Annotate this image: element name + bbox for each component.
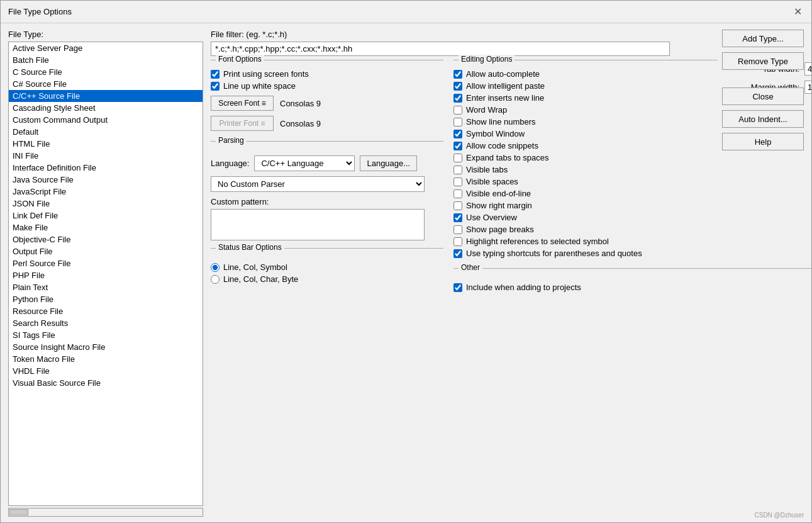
symbol-window-checkbox[interactable]	[453, 130, 462, 138]
line-up-whitespace-checkbox[interactable]	[211, 82, 220, 91]
visible-tabs-checkbox[interactable]	[453, 166, 462, 174]
file-list-item[interactable]: Perl Source File	[9, 257, 203, 269]
show-line-numbers-row: Show line numbers	[453, 117, 718, 127]
margin-width-input[interactable]	[804, 81, 811, 94]
window-close-button[interactable]: ✕	[791, 6, 804, 18]
file-list-container[interactable]: Active Server PageBatch FileC Source Fil…	[8, 42, 203, 506]
allow-intelligent-paste-checkbox[interactable]	[453, 82, 462, 91]
status-option1-radio[interactable]	[211, 263, 220, 272]
include-projects-checkbox[interactable]	[453, 283, 462, 292]
file-type-label: File Type:	[8, 30, 203, 39]
screen-font-name: Consolas 9	[280, 99, 321, 108]
visible-spaces-label[interactable]: Visible spaces	[466, 177, 518, 186]
visible-eol-label[interactable]: Visible end-of-line	[466, 189, 531, 198]
file-list-item[interactable]: Resource File	[9, 305, 203, 317]
file-list-item[interactable]: Search Results	[9, 317, 203, 329]
visible-tabs-label[interactable]: Visible tabs	[466, 165, 508, 174]
allow-code-snippets-checkbox[interactable]	[453, 142, 462, 150]
file-filter-input[interactable]	[211, 42, 670, 56]
file-list-item[interactable]: Make File	[9, 222, 203, 233]
status-option2-row: Line, Col, Char, Byte	[211, 274, 443, 284]
other-section: Other Include when adding to projects	[453, 268, 811, 295]
status-option2-radio[interactable]	[211, 275, 220, 284]
word-wrap-label[interactable]: Word Wrap	[466, 105, 507, 115]
file-list-item[interactable]: SI Tags File	[9, 329, 203, 341]
highlight-references-checkbox[interactable]	[453, 237, 462, 246]
help-button[interactable]: Help	[722, 133, 804, 150]
file-list-item[interactable]: C/C++ Source File	[9, 90, 203, 102]
expand-tabs-label[interactable]: Expand tabs to spaces	[466, 153, 549, 162]
highlight-references-label[interactable]: Highlight references to selected symbol	[466, 237, 609, 246]
file-list-item[interactable]: Token Macro File	[9, 353, 203, 365]
file-list-item[interactable]: INI File	[9, 150, 203, 162]
use-overview-checkbox[interactable]	[453, 213, 462, 222]
file-list-item[interactable]: HTML File	[9, 138, 203, 150]
file-list-item[interactable]: Custom Command Output	[9, 114, 203, 126]
enter-inserts-newline-checkbox[interactable]	[453, 94, 462, 103]
add-type-button[interactable]: Add Type...	[722, 30, 804, 47]
file-list-item[interactable]: Link Def File	[9, 210, 203, 222]
status-option1-row: Line, Col, Symbol	[211, 262, 443, 272]
allow-intelligent-paste-label[interactable]: Allow intelligent paste	[466, 81, 545, 91]
line-up-whitespace-row: Line up white space	[211, 81, 443, 91]
file-list-item[interactable]: Source Insight Macro File	[9, 341, 203, 353]
custom-pattern-input[interactable]	[211, 209, 425, 240]
show-right-margin-checkbox[interactable]	[453, 201, 462, 210]
printer-font-button[interactable]: Printer Font ≡	[211, 116, 274, 131]
auto-indent-button[interactable]: Auto Indent...	[722, 110, 804, 128]
tab-width-input[interactable]	[804, 62, 811, 76]
file-list-item[interactable]: C# Source File	[9, 78, 203, 90]
language-select[interactable]: C/C++ Language	[254, 155, 355, 171]
file-list-item[interactable]: PHP File	[9, 269, 203, 281]
status-option1-label[interactable]: Line, Col, Symbol	[223, 262, 287, 272]
allow-code-snippets-label[interactable]: Allow code snippets	[466, 141, 538, 150]
editing-options-section: Editing Options Allow auto-complete Allo…	[453, 60, 718, 261]
typing-shortcuts-checkbox[interactable]	[453, 249, 462, 258]
horizontal-scrollbar[interactable]	[8, 508, 203, 517]
file-list-item[interactable]: Cascading Style Sheet	[9, 102, 203, 114]
show-page-breaks-checkbox[interactable]	[453, 225, 462, 234]
typing-shortcuts-label[interactable]: Use typing shortcuts for parentheses and…	[466, 249, 642, 258]
file-list-item[interactable]: Output File	[9, 245, 203, 257]
file-list-item[interactable]: Interface Definition File	[9, 162, 203, 174]
file-list-item[interactable]: Default	[9, 126, 203, 138]
file-list-item[interactable]: VHDL File	[9, 365, 203, 377]
show-page-breaks-label[interactable]: Show page breaks	[466, 225, 534, 234]
use-overview-label[interactable]: Use Overview	[466, 213, 517, 222]
status-option2-label[interactable]: Line, Col, Char, Byte	[223, 274, 298, 284]
allow-autocomplete-label[interactable]: Allow auto-complete	[466, 69, 540, 79]
remove-type-button[interactable]: Remove Type	[722, 52, 804, 70]
screen-font-button[interactable]: Screen Font ≡	[211, 96, 274, 111]
close-button[interactable]: Close	[722, 87, 804, 105]
show-right-margin-label[interactable]: Show right margin	[466, 201, 532, 210]
left-column-content: Font Options Print using screen fonts Li…	[211, 60, 443, 517]
scrollbar-thumb	[9, 509, 28, 515]
file-list-item[interactable]: Batch File	[9, 54, 203, 66]
file-list-item[interactable]: JSON File	[9, 198, 203, 210]
word-wrap-checkbox[interactable]	[453, 106, 462, 115]
print-screen-fonts-label[interactable]: Print using screen fonts	[223, 69, 309, 79]
file-list-item[interactable]: Objective-C File	[9, 233, 203, 245]
show-line-numbers-label[interactable]: Show line numbers	[466, 117, 536, 127]
file-list-item[interactable]: JavaScript File	[9, 186, 203, 198]
visible-eol-checkbox[interactable]	[453, 189, 462, 198]
file-list-item[interactable]: Java Source File	[9, 174, 203, 186]
symbol-window-label[interactable]: Symbol Window	[466, 129, 525, 138]
line-up-whitespace-label[interactable]: Line up white space	[223, 81, 296, 91]
custom-parser-select[interactable]: No Custom Parser	[211, 176, 425, 192]
file-list-item[interactable]: Python File	[9, 293, 203, 305]
language-button[interactable]: Language...	[360, 155, 417, 171]
parsing-lang-row: Language: C/C++ Language Language...	[211, 155, 443, 171]
enter-inserts-newline-label[interactable]: Enter inserts new line	[466, 93, 544, 103]
include-projects-label[interactable]: Include when adding to projects	[466, 283, 581, 292]
other-title: Other	[459, 263, 482, 272]
visible-spaces-checkbox[interactable]	[453, 177, 462, 186]
file-list-item[interactable]: Visual Basic Source File	[9, 377, 203, 389]
show-line-numbers-checkbox[interactable]	[453, 118, 462, 127]
file-list-item[interactable]: Active Server Page	[9, 42, 203, 54]
file-list-item[interactable]: C Source File	[9, 66, 203, 78]
file-list-item[interactable]: Plain Text	[9, 281, 203, 293]
print-screen-fonts-checkbox[interactable]	[211, 70, 220, 79]
expand-tabs-checkbox[interactable]	[453, 154, 462, 162]
allow-autocomplete-checkbox[interactable]	[453, 70, 462, 79]
